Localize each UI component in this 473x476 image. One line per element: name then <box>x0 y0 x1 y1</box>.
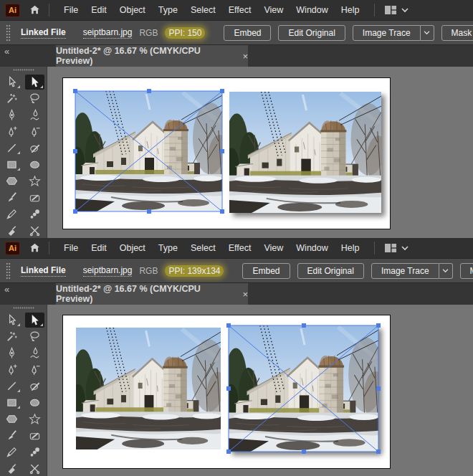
tab-close-icon[interactable]: × <box>242 51 248 62</box>
tool-curvature[interactable] <box>25 108 44 123</box>
linked-filename[interactable]: seiptbarn.jpg <box>83 27 133 39</box>
image-trace-button[interactable]: Image Trace <box>353 25 421 41</box>
illustrator-logo[interactable]: Ai <box>5 4 20 17</box>
toolbar-drag-handle[interactable] <box>13 307 34 309</box>
tool-smooth[interactable] <box>25 428 44 443</box>
image-trace-dropdown[interactable] <box>421 25 434 41</box>
tool-knife[interactable] <box>2 461 22 476</box>
image-trace-button[interactable]: Image Trace <box>371 263 439 279</box>
tool-ellipse[interactable] <box>25 157 44 172</box>
menu-select[interactable]: Select <box>184 243 222 253</box>
placed-image-left[interactable] <box>76 328 221 449</box>
linked-file-label[interactable]: Linked File <box>21 27 66 39</box>
edit-original-button[interactable]: Edit Original <box>278 25 345 41</box>
menu-file[interactable]: File <box>57 243 85 253</box>
tool-line-segment[interactable] <box>2 141 22 156</box>
tool-line-segment[interactable] <box>2 379 22 394</box>
canvas-pasteboard[interactable] <box>47 305 473 476</box>
tool-paintbrush[interactable] <box>2 190 22 205</box>
pen-minus-icon <box>29 125 41 138</box>
mask-button[interactable]: Mask <box>441 25 473 41</box>
menu-effect[interactable]: Effect <box>222 243 258 253</box>
toolbar-drag-handle[interactable] <box>13 69 34 71</box>
toolbar-collapse-button[interactable]: « <box>4 284 8 295</box>
panel-drag-handle[interactable] <box>6 24 11 42</box>
tool-direct-selection[interactable] <box>25 313 44 328</box>
tool-lasso[interactable] <box>25 329 44 344</box>
tool-delete-anchor-point[interactable] <box>25 124 44 139</box>
menu-effect[interactable]: Effect <box>222 5 258 15</box>
menu-file[interactable]: File <box>57 5 85 15</box>
tool-shaper[interactable] <box>25 141 44 156</box>
tool-polygon[interactable] <box>2 411 22 427</box>
tool-scissors[interactable] <box>25 223 44 238</box>
tool-star[interactable] <box>25 173 44 189</box>
tool-rectangle[interactable] <box>2 395 22 410</box>
tab-close-icon[interactable]: × <box>242 289 248 300</box>
tool-blob-brush[interactable] <box>25 206 44 222</box>
tool-paintbrush[interactable] <box>2 428 22 443</box>
embed-button[interactable]: Embed <box>224 25 271 41</box>
menu-bar: Ai File Edit Object Type Select Effect V… <box>0 238 473 258</box>
tool-pencil[interactable] <box>2 444 22 460</box>
menu-window[interactable]: Window <box>290 5 334 15</box>
linked-file-label[interactable]: Linked File <box>21 265 66 277</box>
menu-edit[interactable]: Edit <box>85 5 113 15</box>
tool-curvature[interactable] <box>25 346 44 361</box>
tool-knife[interactable] <box>2 223 22 238</box>
tool-ellipse[interactable] <box>25 395 44 410</box>
tool-pencil[interactable] <box>2 206 22 222</box>
image-trace-dropdown[interactable] <box>439 263 453 279</box>
placed-image-right[interactable] <box>229 92 381 213</box>
menu-object[interactable]: Object <box>113 5 152 15</box>
placed-image-right-selected[interactable] <box>229 325 378 452</box>
placed-image-left-selected[interactable] <box>75 91 222 211</box>
menu-help[interactable]: Help <box>335 5 366 15</box>
tool-add-anchor-point[interactable] <box>2 362 22 377</box>
document-tab[interactable]: Untitled-2* @ 16.67 % (CMYK/CPU Preview)… <box>56 283 248 305</box>
linked-filename[interactable]: seiptbarn.jpg <box>83 265 133 277</box>
menu-window[interactable]: Window <box>290 243 334 253</box>
tool-direct-selection[interactable] <box>25 75 44 90</box>
menu-type[interactable]: Type <box>152 243 184 253</box>
menu-view[interactable]: View <box>257 5 290 15</box>
tool-rectangle[interactable] <box>2 157 22 172</box>
menu-edit[interactable]: Edit <box>85 243 113 253</box>
home-button[interactable] <box>29 4 41 16</box>
home-button[interactable] <box>29 242 41 254</box>
workspace-switcher[interactable] <box>384 243 408 253</box>
document-tab[interactable]: Untitled-2* @ 16.67 % (CMYK/CPU Preview)… <box>56 45 248 67</box>
tool-selection[interactable] <box>2 75 22 90</box>
menu-view[interactable]: View <box>257 243 290 253</box>
tool-scissors[interactable] <box>25 461 44 476</box>
menu-select[interactable]: Select <box>184 5 222 15</box>
mask-button[interactable]: Mask <box>460 263 473 279</box>
artboard[interactable] <box>62 315 391 469</box>
tool-shaper[interactable] <box>25 379 44 394</box>
tool-lasso[interactable] <box>25 91 44 106</box>
tool-add-anchor-point[interactable] <box>2 124 22 139</box>
workspace-switcher[interactable] <box>384 5 408 15</box>
tool-blob-brush[interactable] <box>25 444 44 460</box>
embed-button[interactable]: Embed <box>242 263 290 279</box>
illustrator-logo[interactable]: Ai <box>5 242 20 255</box>
toolbar-collapse-button[interactable]: « <box>4 46 8 57</box>
tool-star[interactable] <box>25 411 44 427</box>
menu-type[interactable]: Type <box>152 5 184 15</box>
menu-object[interactable]: Object <box>113 243 152 253</box>
tool-magic-wand[interactable] <box>2 329 22 344</box>
tool-pen[interactable] <box>2 346 22 361</box>
canvas-pasteboard[interactable] <box>47 67 473 238</box>
tool-delete-anchor-point[interactable] <box>25 362 44 377</box>
tool-pen[interactable] <box>2 108 22 123</box>
tool-selection[interactable] <box>2 313 22 328</box>
edit-original-button[interactable]: Edit Original <box>297 263 364 279</box>
panel-drag-handle[interactable] <box>6 262 11 280</box>
tools-panel <box>0 67 47 238</box>
artboard[interactable] <box>62 77 391 229</box>
tool-polygon[interactable] <box>2 173 22 189</box>
home-icon <box>29 4 41 16</box>
menu-help[interactable]: Help <box>335 243 366 253</box>
tool-magic-wand[interactable] <box>2 91 22 106</box>
tool-smooth[interactable] <box>25 190 44 205</box>
